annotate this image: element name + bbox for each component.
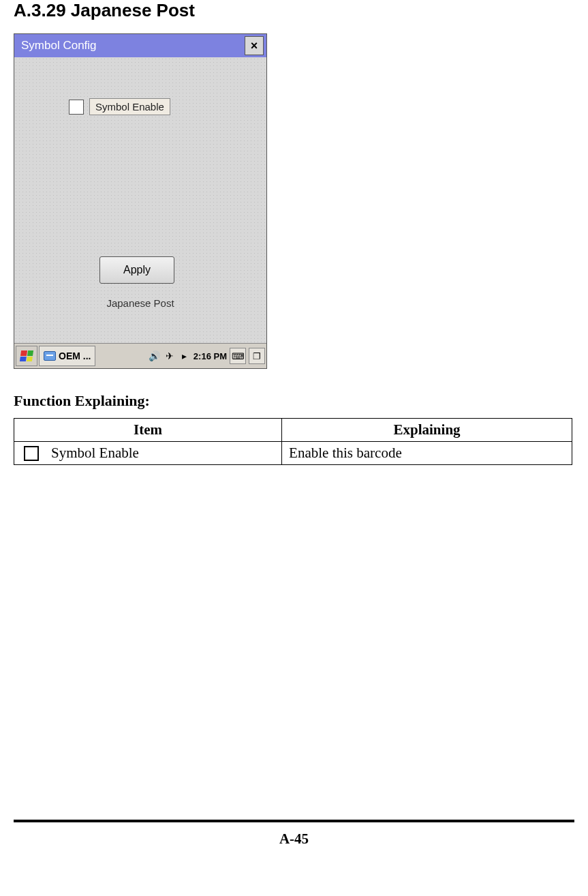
speaker-icon[interactable]: 🔊 [149, 350, 161, 362]
taskbar: OEM ... 🔊 ✈ ▸ 2:16 PM ⌨ ❐ [14, 343, 266, 368]
windows-flag-icon [20, 350, 33, 361]
taskbar-app-label: OEM ... [59, 350, 91, 361]
function-table: Item Explaining Symbol Enable Enable thi… [14, 418, 572, 465]
symbol-enable-row: Symbol Enable [69, 98, 170, 115]
window-title: Symbol Config [21, 39, 97, 53]
keyboard-icon[interactable]: ⌨ [230, 348, 246, 364]
connectivity-icon[interactable]: ✈ [164, 350, 176, 362]
symbol-enable-checkbox[interactable] [69, 100, 84, 115]
close-icon: × [251, 39, 258, 53]
taskbar-app-button[interactable]: OEM ... [39, 346, 95, 366]
config-page-label: Japanese Post [14, 297, 266, 309]
symbol-enable-label: Symbol Enable [89, 98, 170, 115]
table-row: Symbol Enable Enable this barcode [14, 442, 572, 465]
table-header-explaining: Explaining [282, 419, 572, 442]
start-button[interactable] [16, 346, 37, 366]
table-cell-item: Symbol Enable [51, 445, 139, 462]
window-client-area: Symbol Enable Apply Japanese Post [14, 57, 266, 342]
apply-button[interactable]: Apply [99, 256, 174, 284]
arrow-icon: ▸ [179, 350, 191, 362]
windows-icon[interactable]: ❐ [249, 348, 265, 364]
close-button[interactable]: × [245, 36, 264, 55]
window-titlebar: Symbol Config × [14, 34, 266, 57]
table-cell-explaining: Enable this barcode [282, 442, 572, 465]
checkbox-icon [24, 446, 39, 461]
section-title: A.3.29 Japanese Post [14, 0, 574, 21]
function-explaining-heading: Function Explaining: [14, 392, 574, 410]
app-icon [44, 351, 56, 361]
screenshot-pda: Symbol Config × Symbol Enable Apply Japa… [14, 33, 267, 369]
footer-rule [14, 820, 574, 822]
table-header-item: Item [14, 419, 282, 442]
page-number: A-45 [14, 831, 574, 848]
system-tray: 🔊 ✈ ▸ 2:16 PM ⌨ ❐ [149, 348, 265, 364]
taskbar-clock[interactable]: 2:16 PM [194, 351, 227, 361]
